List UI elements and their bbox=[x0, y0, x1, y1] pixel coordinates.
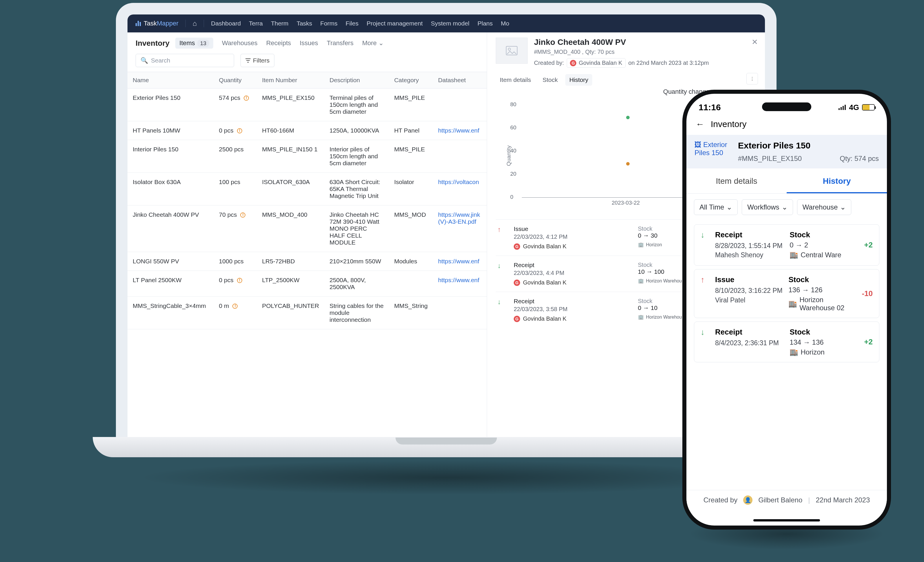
mobile-tabs: Item details History bbox=[686, 170, 887, 194]
nav-tasks[interactable]: Tasks bbox=[297, 20, 312, 27]
brand-left: Task bbox=[144, 20, 157, 27]
tab-item-details[interactable]: Item details bbox=[496, 74, 535, 86]
nav-more[interactable]: Mo bbox=[501, 20, 509, 27]
mobile-event-card[interactable]: ↓ Receipt 8/4/2023, 2:36:31 PM Stock 134… bbox=[694, 321, 879, 362]
screen: TaskMapper ⌂ Dashboard Terra Therm Tasks… bbox=[116, 3, 777, 437]
mobile-item-qty: Qty: 574 pcs bbox=[840, 154, 879, 163]
brand[interactable]: TaskMapper bbox=[136, 20, 178, 27]
item-thumbnail bbox=[496, 37, 528, 64]
col-desc[interactable]: Description bbox=[324, 72, 389, 88]
table-row[interactable]: LONGI 550W PV 1000 pcs LR5-72HBD210×210m… bbox=[128, 252, 487, 271]
phone-notch bbox=[762, 102, 811, 111]
svg-rect-5 bbox=[844, 105, 846, 110]
warning-icon bbox=[240, 212, 245, 218]
point-issued bbox=[626, 162, 630, 166]
col-link[interactable]: Datasheet bbox=[433, 72, 487, 88]
warehouse-icon: 🏬 bbox=[789, 348, 798, 356]
page-title: Inventory bbox=[136, 39, 170, 48]
table-row[interactable]: Exterior Piles 150 574 pcs MMS_PILE_EX15… bbox=[128, 88, 487, 121]
mobile-event-card[interactable]: ↑ Issue 8/10/2023, 3:16:22 PM Viral Pate… bbox=[694, 269, 879, 318]
user-avatar-icon: G bbox=[514, 280, 520, 286]
mobile-item-title: Exterior Piles 150 bbox=[738, 140, 879, 151]
tab-history[interactable]: History bbox=[565, 74, 592, 86]
filter-workflows[interactable]: Workflows ⌄ bbox=[742, 199, 793, 215]
search-placeholder: Search bbox=[151, 57, 170, 64]
items-count-badge: 13 bbox=[197, 40, 209, 47]
col-qty[interactable]: Quantity bbox=[214, 72, 257, 88]
nav-project[interactable]: Project management bbox=[366, 20, 423, 27]
mobile-item-code: #MMS_PILE_EX150 bbox=[738, 154, 802, 163]
mobile-header: ← Inventory bbox=[686, 115, 887, 135]
footer-created-label: Created by bbox=[704, 496, 737, 504]
network-label: 4G bbox=[849, 103, 859, 112]
table-row[interactable]: Isolator Box 630A 100 pcs ISOLATOR_630A6… bbox=[128, 173, 487, 205]
tab-receipts[interactable]: Receipts bbox=[266, 39, 291, 47]
table-row[interactable]: LT Panel 2500KW 0 pcs LTP_2500KW2500A, 8… bbox=[128, 271, 487, 297]
mobile-event-card[interactable]: ↓ Receipt 8/28/2023, 1:55:14 PM Mahesh S… bbox=[694, 224, 879, 266]
warning-icon bbox=[237, 278, 242, 283]
nav-dashboard[interactable]: Dashboard bbox=[211, 20, 241, 27]
back-arrow-icon[interactable]: ← bbox=[696, 119, 704, 129]
warning-icon bbox=[244, 96, 249, 101]
svg-point-1 bbox=[508, 48, 510, 50]
mobile-filters: All Time ⌄ Workflows ⌄ Warehouse ⌄ bbox=[686, 194, 887, 221]
battery-icon bbox=[862, 104, 875, 111]
created-label: Created by: bbox=[534, 60, 564, 66]
table-row[interactable]: MMS_StringCable_3×4mm 0 m POLYCAB_HUNTER… bbox=[128, 297, 487, 329]
home-indicator[interactable] bbox=[753, 519, 820, 522]
nav-files[interactable]: Files bbox=[346, 20, 358, 27]
user-avatar-icon: G bbox=[514, 316, 520, 322]
warehouse-icon: 🏬 bbox=[789, 251, 798, 259]
mtab-details[interactable]: Item details bbox=[686, 170, 787, 193]
brand-bars-icon bbox=[136, 21, 141, 26]
col-name[interactable]: Name bbox=[128, 72, 214, 88]
warning-icon bbox=[237, 128, 242, 133]
separator bbox=[185, 20, 186, 27]
col-cat[interactable]: Category bbox=[389, 72, 433, 88]
tab-warehouses[interactable]: Warehouses bbox=[222, 39, 258, 47]
detail-subtitle: #MMS_MOD_400 , Qty: 70 pcs bbox=[534, 49, 709, 55]
warehouse-icon: 🏢 bbox=[638, 242, 644, 247]
tab-issues[interactable]: Issues bbox=[300, 39, 318, 47]
item-image-placeholder: Exterior Piles 150 bbox=[694, 140, 732, 157]
mobile-footer: Created by 👤 Gilbert Baleno | 22nd March… bbox=[686, 490, 887, 510]
tab-items[interactable]: Items13 bbox=[175, 37, 213, 49]
search-input[interactable]: 🔍 Search bbox=[136, 54, 234, 67]
chevron-down-icon: ⌄ bbox=[726, 203, 732, 211]
search-icon: 🔍 bbox=[141, 57, 148, 64]
mobile-events: ↓ Receipt 8/28/2023, 1:55:14 PM Mahesh S… bbox=[686, 224, 887, 362]
user-avatar-icon: G bbox=[514, 244, 520, 250]
nav-terra[interactable]: Terra bbox=[249, 20, 263, 27]
filter-warehouse[interactable]: Warehouse ⌄ bbox=[797, 199, 852, 215]
footer-date: 22nd March 2023 bbox=[816, 496, 870, 504]
signal-icon bbox=[838, 103, 846, 112]
svg-rect-3 bbox=[840, 107, 842, 110]
nav-therm[interactable]: Therm bbox=[271, 20, 289, 27]
table-row[interactable]: Interior Piles 150 2500 pcs MMS_PILE_IN1… bbox=[128, 140, 487, 173]
col-code[interactable]: Item Number bbox=[257, 72, 324, 88]
topbar: TaskMapper ⌂ Dashboard Terra Therm Tasks… bbox=[128, 15, 765, 33]
tab-stock[interactable]: Stock bbox=[538, 74, 562, 86]
tab-more[interactable]: More ⌄ bbox=[362, 39, 384, 47]
warehouse-icon: 🏬 bbox=[788, 300, 797, 308]
warehouse-icon: 🏢 bbox=[638, 278, 644, 284]
home-icon[interactable]: ⌂ bbox=[193, 19, 197, 27]
table-row[interactable]: Jinko Cheetah 400W PV 70 pcs MMS_MOD_400… bbox=[128, 205, 487, 252]
inventory-subtabs: Items13 Warehouses Receipts Issues Trans… bbox=[175, 37, 384, 49]
phone-mock: 11:16 4G ← Inventory Exterior Piles 150 … bbox=[682, 90, 891, 529]
nav-forms[interactable]: Forms bbox=[320, 20, 338, 27]
filter-time[interactable]: All Time ⌄ bbox=[694, 199, 738, 215]
table-row[interactable]: HT Panels 10MW 0 pcs HT60-166M1250A, 100… bbox=[128, 121, 487, 140]
nav-plans[interactable]: Plans bbox=[477, 20, 493, 27]
close-icon[interactable]: ✕ bbox=[752, 37, 758, 46]
nav-system[interactable]: System model bbox=[431, 20, 470, 27]
footer-name: Gilbert Baleno bbox=[758, 496, 802, 504]
creator-chip[interactable]: GGovinda Balan K bbox=[567, 58, 625, 68]
detail-tabs: Item details Stock History bbox=[496, 74, 756, 86]
chevron-down-icon: ⌄ bbox=[782, 203, 788, 211]
mtab-history[interactable]: History bbox=[787, 170, 887, 193]
filters-button[interactable]: Filters bbox=[240, 54, 274, 67]
x-tick: 2023-03-22 bbox=[612, 200, 640, 206]
tab-transfers[interactable]: Transfers bbox=[327, 39, 354, 47]
kebab-menu[interactable]: ⋮ bbox=[746, 73, 758, 85]
